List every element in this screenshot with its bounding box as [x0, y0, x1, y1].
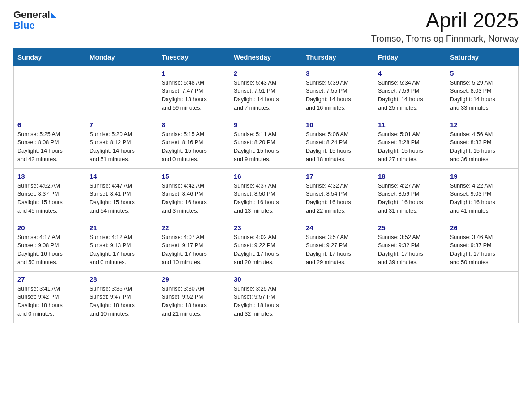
day-number: 27 [17, 275, 82, 283]
day-info: Sunrise: 3:30 AM Sunset: 9:52 PM Dayligh… [162, 285, 226, 318]
header-cell-thursday: Thursday [302, 48, 374, 65]
day-number: 22 [162, 224, 226, 231]
calendar-cell: 6Sunrise: 5:25 AM Sunset: 8:08 PM Daylig… [14, 117, 86, 168]
calendar-cell: 23Sunrise: 4:02 AM Sunset: 9:22 PM Dayli… [230, 220, 302, 271]
calendar-cell: 19Sunrise: 4:22 AM Sunset: 9:03 PM Dayli… [446, 168, 519, 220]
day-number: 29 [162, 275, 226, 283]
week-row-5: 27Sunrise: 3:41 AM Sunset: 9:42 PM Dayli… [14, 271, 519, 323]
day-number: 28 [90, 275, 154, 283]
day-info: Sunrise: 5:25 AM Sunset: 8:08 PM Dayligh… [17, 130, 82, 164]
day-info: Sunrise: 3:57 AM Sunset: 9:27 PM Dayligh… [306, 233, 370, 267]
day-number: 4 [378, 69, 442, 77]
day-info: Sunrise: 4:07 AM Sunset: 9:17 PM Dayligh… [162, 233, 226, 267]
calendar-cell: 5Sunrise: 5:29 AM Sunset: 8:03 PM Daylig… [446, 65, 519, 117]
calendar-cell: 21Sunrise: 4:12 AM Sunset: 9:13 PM Dayli… [86, 220, 158, 271]
header-cell-saturday: Saturday [446, 48, 519, 65]
day-number: 6 [17, 121, 82, 128]
header-cell-wednesday: Wednesday [230, 48, 302, 65]
day-number: 9 [234, 121, 298, 128]
calendar-cell: 2Sunrise: 5:43 AM Sunset: 7:51 PM Daylig… [230, 65, 302, 117]
calendar-cell: 12Sunrise: 4:56 AM Sunset: 8:33 PM Dayli… [446, 117, 519, 168]
day-info: Sunrise: 5:20 AM Sunset: 8:12 PM Dayligh… [90, 130, 154, 164]
calendar-cell: 22Sunrise: 4:07 AM Sunset: 9:17 PM Dayli… [158, 220, 230, 271]
day-number: 23 [234, 224, 298, 231]
calendar-cell: 27Sunrise: 3:41 AM Sunset: 9:42 PM Dayli… [14, 271, 86, 323]
calendar-cell [14, 65, 86, 117]
month-year-title: April 2025 [371, 9, 519, 32]
day-info: Sunrise: 5:39 AM Sunset: 7:55 PM Dayligh… [306, 79, 370, 112]
day-info: Sunrise: 5:11 AM Sunset: 8:20 PM Dayligh… [234, 130, 298, 164]
day-number: 11 [378, 121, 442, 128]
calendar-body: 1Sunrise: 5:48 AM Sunset: 7:47 PM Daylig… [14, 65, 519, 323]
day-number: 3 [306, 69, 370, 77]
header-cell-monday: Monday [86, 48, 158, 65]
header-cell-friday: Friday [374, 48, 446, 65]
calendar-cell: 16Sunrise: 4:37 AM Sunset: 8:50 PM Dayli… [230, 168, 302, 220]
header-cell-sunday: Sunday [14, 48, 86, 65]
calendar-cell: 14Sunrise: 4:47 AM Sunset: 8:41 PM Dayli… [86, 168, 158, 220]
calendar-cell [86, 65, 158, 117]
calendar-cell: 17Sunrise: 4:32 AM Sunset: 8:54 PM Dayli… [302, 168, 374, 220]
logo: General Blue [13, 9, 57, 31]
calendar-cell: 9Sunrise: 5:11 AM Sunset: 8:20 PM Daylig… [230, 117, 302, 168]
calendar-cell: 15Sunrise: 4:42 AM Sunset: 8:46 PM Dayli… [158, 168, 230, 220]
day-number: 20 [17, 224, 82, 231]
calendar-cell [374, 271, 446, 323]
day-info: Sunrise: 4:37 AM Sunset: 8:50 PM Dayligh… [234, 182, 298, 215]
calendar-header: SundayMondayTuesdayWednesdayThursdayFrid… [14, 48, 519, 65]
calendar-cell: 1Sunrise: 5:48 AM Sunset: 7:47 PM Daylig… [158, 65, 230, 117]
location-subtitle: Tromso, Troms og Finnmark, Norway [371, 34, 519, 44]
day-info: Sunrise: 5:34 AM Sunset: 7:59 PM Dayligh… [378, 79, 442, 112]
day-info: Sunrise: 4:02 AM Sunset: 9:22 PM Dayligh… [234, 233, 298, 267]
day-number: 7 [90, 121, 154, 128]
calendar-cell: 10Sunrise: 5:06 AM Sunset: 8:24 PM Dayli… [302, 117, 374, 168]
calendar-cell [302, 271, 374, 323]
calendar-cell: 18Sunrise: 4:27 AM Sunset: 8:59 PM Dayli… [374, 168, 446, 220]
day-number: 14 [90, 172, 154, 180]
page-header: General Blue April 2025 Tromso, Troms og… [13, 9, 519, 44]
day-number: 30 [234, 275, 298, 283]
calendar-cell: 28Sunrise: 3:36 AM Sunset: 9:47 PM Dayli… [86, 271, 158, 323]
calendar-cell: 4Sunrise: 5:34 AM Sunset: 7:59 PM Daylig… [374, 65, 446, 117]
day-number: 24 [306, 224, 370, 231]
day-number: 12 [450, 121, 515, 128]
day-info: Sunrise: 5:01 AM Sunset: 8:28 PM Dayligh… [378, 130, 442, 164]
day-info: Sunrise: 4:56 AM Sunset: 8:33 PM Dayligh… [450, 130, 515, 164]
calendar-cell: 25Sunrise: 3:52 AM Sunset: 9:32 PM Dayli… [374, 220, 446, 271]
week-row-1: 1Sunrise: 5:48 AM Sunset: 7:47 PM Daylig… [14, 65, 519, 117]
day-number: 10 [306, 121, 370, 128]
day-info: Sunrise: 5:29 AM Sunset: 8:03 PM Dayligh… [450, 79, 515, 112]
day-info: Sunrise: 5:06 AM Sunset: 8:24 PM Dayligh… [306, 130, 370, 164]
day-info: Sunrise: 3:25 AM Sunset: 9:57 PM Dayligh… [234, 285, 298, 318]
logo-triangle-icon [51, 13, 57, 18]
calendar-cell: 20Sunrise: 4:17 AM Sunset: 9:08 PM Dayli… [14, 220, 86, 271]
calendar-cell: 13Sunrise: 4:52 AM Sunset: 8:37 PM Dayli… [14, 168, 86, 220]
day-info: Sunrise: 4:12 AM Sunset: 9:13 PM Dayligh… [90, 233, 154, 267]
day-number: 13 [17, 172, 82, 180]
day-number: 8 [162, 121, 226, 128]
calendar-cell: 8Sunrise: 5:15 AM Sunset: 8:16 PM Daylig… [158, 117, 230, 168]
day-info: Sunrise: 4:47 AM Sunset: 8:41 PM Dayligh… [90, 182, 154, 215]
day-info: Sunrise: 5:43 AM Sunset: 7:51 PM Dayligh… [234, 79, 298, 112]
calendar-cell: 11Sunrise: 5:01 AM Sunset: 8:28 PM Dayli… [374, 117, 446, 168]
week-row-2: 6Sunrise: 5:25 AM Sunset: 8:08 PM Daylig… [14, 117, 519, 168]
day-number: 1 [162, 69, 226, 77]
day-number: 26 [450, 224, 515, 231]
calendar-cell: 30Sunrise: 3:25 AM Sunset: 9:57 PM Dayli… [230, 271, 302, 323]
day-number: 17 [306, 172, 370, 180]
calendar-cell: 7Sunrise: 5:20 AM Sunset: 8:12 PM Daylig… [86, 117, 158, 168]
calendar-cell: 3Sunrise: 5:39 AM Sunset: 7:55 PM Daylig… [302, 65, 374, 117]
header-cell-tuesday: Tuesday [158, 48, 230, 65]
day-number: 18 [378, 172, 442, 180]
day-info: Sunrise: 4:22 AM Sunset: 9:03 PM Dayligh… [450, 182, 515, 215]
day-info: Sunrise: 4:17 AM Sunset: 9:08 PM Dayligh… [17, 233, 82, 267]
logo-general-text: General [13, 9, 50, 21]
calendar-table: SundayMondayTuesdayWednesdayThursdayFrid… [13, 48, 519, 323]
day-info: Sunrise: 3:41 AM Sunset: 9:42 PM Dayligh… [17, 285, 82, 318]
day-info: Sunrise: 5:15 AM Sunset: 8:16 PM Dayligh… [162, 130, 226, 164]
day-number: 15 [162, 172, 226, 180]
day-info: Sunrise: 4:42 AM Sunset: 8:46 PM Dayligh… [162, 182, 226, 215]
calendar-cell: 26Sunrise: 3:46 AM Sunset: 9:37 PM Dayli… [446, 220, 519, 271]
day-info: Sunrise: 4:27 AM Sunset: 8:59 PM Dayligh… [378, 182, 442, 215]
logo-blue-text: Blue [13, 20, 35, 31]
